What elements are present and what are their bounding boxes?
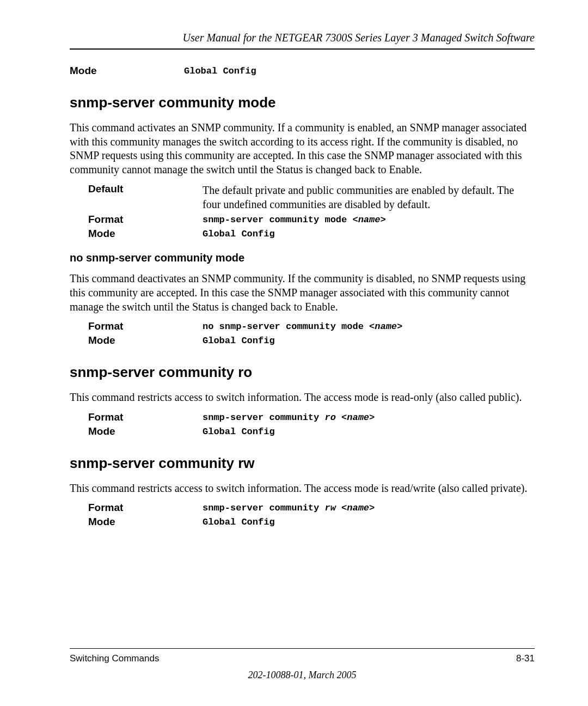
footer-right: 8-31: [516, 653, 535, 664]
body-text-community-mode: This command activates an SNMP community…: [70, 121, 535, 176]
page-header: User Manual for the NETGEAR 7300S Series…: [70, 32, 535, 50]
section-heading-community-ro: snmp-server community ro: [70, 364, 535, 381]
param-row-format-s1no: Format no snmp-server community mode <na…: [88, 320, 535, 332]
format-kw-s3: rw: [324, 503, 341, 513]
param-row-format: Format snmp-server community mode <name>: [88, 214, 535, 226]
format-arg-s2: <name>: [341, 412, 375, 423]
param-value-default: The default private and public communiti…: [203, 183, 535, 211]
param-value-mode-s1: Global Config: [203, 228, 275, 240]
footer-left: Switching Commands: [70, 653, 159, 664]
header-title: User Manual for the NETGEAR 7300S Series…: [183, 32, 535, 44]
body-text-no-community-mode: This command deactivates an SNMP communi…: [70, 272, 535, 314]
param-label-mode-s2: Mode: [88, 425, 203, 437]
param-label-format-s1no: Format: [88, 320, 203, 332]
footer-row: Switching Commands 8-31: [70, 653, 535, 664]
param-label-mode-s1: Mode: [88, 228, 203, 240]
format-cmd-s2: snmp-server community: [203, 412, 324, 423]
param-value-mode-s2: Global Config: [203, 425, 275, 437]
param-value-mode: Global Config: [184, 65, 256, 77]
param-row-default: Default The default private and public c…: [88, 183, 535, 211]
footer-divider: [70, 648, 535, 649]
param-block-s1: Default The default private and public c…: [88, 183, 535, 240]
param-row-mode-s3: Mode Global Config: [88, 516, 535, 528]
param-block-s2: Format snmp-server community ro <name> M…: [88, 411, 535, 437]
format-cmd-s1no: no snmp-server community mode: [203, 321, 369, 332]
param-row-mode-s2: Mode Global Config: [88, 425, 535, 437]
format-cmd-s3: snmp-server community: [203, 503, 324, 513]
param-block-s1no: Format no snmp-server community mode <na…: [88, 320, 535, 346]
param-value-format-s3: snmp-server community rw <name>: [203, 502, 375, 514]
param-value-mode-s1no: Global Config: [203, 334, 275, 346]
param-row-mode-s1no: Mode Global Config: [88, 334, 535, 346]
param-label-format-s2: Format: [88, 411, 203, 423]
format-arg-s3: <name>: [341, 503, 375, 513]
body-text-community-rw: This command restricts access to switch …: [70, 482, 535, 496]
param-value-mode-s3: Global Config: [203, 516, 275, 528]
body-text-community-ro: This command restricts access to switch …: [70, 391, 535, 405]
format-cmd: snmp-server community mode: [203, 215, 352, 225]
top-param-block: Mode Global Config: [70, 65, 535, 77]
param-label-mode-s1no: Mode: [88, 334, 203, 346]
param-value-format-s2: snmp-server community ro <name>: [203, 411, 375, 423]
param-value-format-s1no: no snmp-server community mode <name>: [203, 320, 402, 332]
param-row-format-s3: Format snmp-server community rw <name>: [88, 502, 535, 514]
format-arg-s1no: <name>: [369, 321, 402, 332]
param-label-format-s3: Format: [88, 502, 203, 514]
param-label-format: Format: [88, 214, 203, 226]
format-arg: <name>: [352, 215, 385, 225]
page-content: User Manual for the NETGEAR 7300S Series…: [0, 0, 588, 706]
param-row-mode-s1: Mode Global Config: [88, 228, 535, 240]
param-label-mode: Mode: [70, 65, 184, 77]
sub-heading-no-community-mode: no snmp-server community mode: [70, 252, 535, 264]
format-kw-s2: ro: [324, 412, 341, 423]
section-heading-community-rw: snmp-server community rw: [70, 455, 535, 472]
param-row-mode: Mode Global Config: [70, 65, 535, 77]
param-label-mode-s3: Mode: [88, 516, 203, 528]
footer-center: 202-10088-01, March 2005: [70, 670, 535, 681]
param-label-default: Default: [88, 183, 203, 211]
section-heading-community-mode: snmp-server community mode: [70, 94, 535, 111]
param-value-format: snmp-server community mode <name>: [203, 214, 386, 226]
param-block-s3: Format snmp-server community rw <name> M…: [88, 502, 535, 528]
param-row-format-s2: Format snmp-server community ro <name>: [88, 411, 535, 423]
page-footer: Switching Commands 8-31 202-10088-01, Ma…: [70, 648, 535, 681]
